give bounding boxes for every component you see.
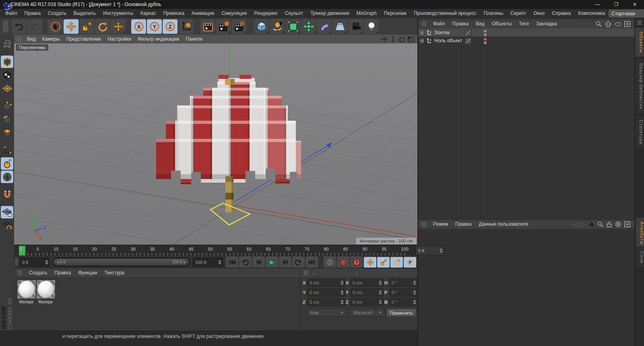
scale-tool-button[interactable] [79, 19, 94, 34]
target-icon[interactable] [615, 221, 621, 227]
menu-item[interactable]: Производственный процесс [410, 9, 480, 18]
range-slider-start[interactable]: ◂ 0 К [54, 260, 66, 264]
play-button[interactable] [266, 257, 278, 268]
attribute-manager-grip[interactable] [421, 222, 426, 227]
pen-spline-button[interactable] [270, 19, 285, 34]
attribute-menu-item[interactable]: Правка [452, 220, 475, 229]
spin-down-icon[interactable] [440, 251, 443, 253]
tweak-mode-button[interactable] [1, 157, 13, 170]
viewport-menu-item[interactable]: Камеры [39, 35, 63, 43]
camera-button[interactable] [348, 19, 363, 34]
menu-item[interactable]: Анимация [188, 9, 218, 18]
scale-z-field[interactable]: 0 cm [350, 298, 384, 306]
add-cube-button[interactable] [254, 19, 269, 34]
expand-icon[interactable] [420, 39, 424, 43]
object-name[interactable]: Ноль объект [434, 38, 462, 43]
last-used-tool-button[interactable] [111, 19, 126, 34]
lock-x-axis-button[interactable]: X [131, 19, 146, 34]
coordinates-grip[interactable] [303, 270, 308, 276]
menu-item[interactable]: Инструменты [99, 9, 137, 18]
object-manager-menu-item[interactable]: Закладка [533, 19, 561, 29]
viewport-menu-item[interactable]: Панели [182, 35, 206, 43]
key-parameter-toggle[interactable]: P [404, 257, 416, 268]
undo-button[interactable] [12, 19, 27, 34]
tab-attributes[interactable]: Атрибуты [636, 217, 644, 249]
object-manager-menu-item[interactable]: Теги [515, 19, 532, 29]
minimize-button[interactable]: — [588, 0, 607, 9]
toolbar-grip[interactable] [3, 21, 8, 33]
umbrella-model[interactable] [156, 75, 302, 212]
viewport-menu-item[interactable]: Представление [63, 35, 105, 43]
timeline-ruler[interactable]: 0510152025303540455055606570758085909510… [14, 245, 417, 256]
mograph-button[interactable] [301, 19, 316, 34]
editor-visibility-dot[interactable] [484, 38, 487, 41]
material-item[interactable]: Матери [36, 280, 55, 304]
rot-h-field[interactable]: 0 ° [389, 279, 418, 287]
polygons-mode-button[interactable] [1, 126, 13, 139]
tab-layers[interactable]: Слои [636, 247, 644, 268]
menu-item[interactable]: Справка [548, 9, 574, 18]
viewport-grip[interactable] [17, 37, 21, 42]
layout-dropdown[interactable]: Стартовая [609, 10, 644, 17]
make-editable-button[interactable] [1, 38, 13, 50]
history-arrows-icon[interactable] [572, 222, 586, 227]
viewport-zoom-icon[interactable] [390, 36, 395, 42]
scale-mode-dropdown[interactable]: Масштаб [350, 309, 384, 317]
edges-mode-button[interactable] [1, 113, 13, 126]
range-end-spinner[interactable]: 100 К [192, 257, 223, 267]
visibility-dots[interactable] [484, 29, 487, 37]
axis-mode-button[interactable] [1, 144, 13, 157]
search-icon[interactable] [596, 21, 602, 27]
next-frame-button[interactable] [279, 257, 291, 268]
rotate-tool-button[interactable] [95, 19, 110, 34]
object-manager-menu-item[interactable]: Правка [449, 19, 473, 29]
playbar-grip[interactable] [15, 258, 18, 266]
search-icon[interactable] [597, 221, 603, 227]
viewport-menu-item[interactable]: Настройки [104, 35, 134, 43]
soft-selection-button[interactable]: S [1, 171, 13, 183]
render-to-picture-viewer-button[interactable] [216, 19, 231, 34]
model-mode-button[interactable] [1, 56, 13, 68]
tab-objects[interactable]: Объекты [635, 27, 644, 57]
layer-chip[interactable] [465, 38, 471, 44]
close-button[interactable]: ✕ [625, 0, 644, 9]
materials-menu-item[interactable]: Создать [25, 268, 51, 278]
materials-menu-item[interactable]: Текстура [101, 268, 128, 278]
goto-start-button[interactable] [226, 257, 238, 268]
autokey-button[interactable] [337, 257, 349, 268]
render-settings-button[interactable] [232, 19, 247, 34]
menu-item[interactable]: Скрипт [507, 9, 530, 18]
record-keyframe-button[interactable] [324, 257, 336, 268]
materials-menu-item[interactable]: Правка [51, 268, 75, 278]
pick-cursor-icon[interactable] [589, 222, 594, 227]
menu-item[interactable]: Выделить [70, 9, 99, 18]
snap-button[interactable] [1, 188, 13, 201]
menu-item[interactable]: Трекер движения [307, 9, 353, 18]
menu-item[interactable]: Скульпт [281, 9, 307, 18]
viewport-canvas[interactable]: Y Z X Перспектива Интервал растра : 100 … [14, 43, 417, 245]
lock-y-axis-button[interactable]: Y [147, 19, 162, 34]
rot-p-field[interactable]: 0 ° [389, 288, 418, 297]
render-visibility-dot[interactable] [484, 41, 487, 44]
key-rotation-toggle[interactable] [390, 257, 403, 268]
next-key-button[interactable] [292, 257, 305, 268]
scale-x-field[interactable]: 0 cm [350, 279, 384, 287]
mini-app-icon[interactable] [4, 3, 12, 12]
layer-chip[interactable] [465, 30, 471, 36]
range-slider-end[interactable]: 100 К ▸ [172, 260, 189, 264]
rot-b-field[interactable]: 0 ° [389, 298, 418, 306]
tab-structure[interactable]: Структура [635, 115, 644, 149]
material-item[interactable]: Матери [17, 280, 35, 304]
viewport-menu-item[interactable]: Вид [24, 35, 39, 43]
move-tool-button[interactable] [64, 19, 78, 34]
menu-item[interactable]: Каркас [137, 9, 160, 18]
material-preview[interactable] [17, 280, 36, 299]
menu-item[interactable]: MoGraph [353, 9, 380, 18]
camera-label[interactable]: Перспектива [16, 44, 48, 51]
viewport-rotate-icon[interactable] [398, 36, 405, 42]
workplane-mode-button[interactable] [1, 82, 13, 95]
object-manager-menu-item[interactable]: Файл [429, 19, 449, 29]
texture-mode-button[interactable] [1, 69, 13, 81]
range-start-spinner[interactable]: 0 К [19, 257, 50, 267]
apply-button[interactable]: Применить [386, 309, 416, 317]
